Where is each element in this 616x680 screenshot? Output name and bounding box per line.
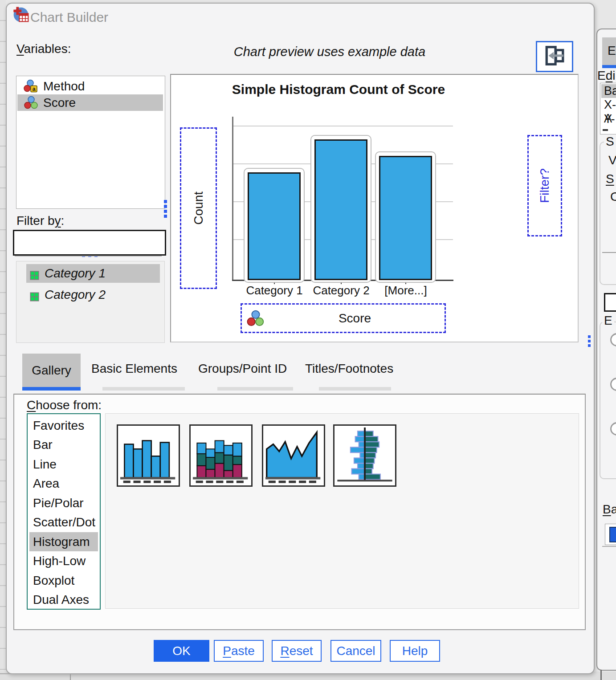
x-axis-drop-label: Score bbox=[265, 311, 445, 326]
variable-label-fragment: V bbox=[608, 153, 616, 167]
divider bbox=[602, 252, 616, 253]
category-item[interactable]: Category 2 bbox=[26, 285, 160, 304]
cancel-button[interactable]: Cancel bbox=[330, 640, 381, 662]
svg-text:a: a bbox=[32, 86, 36, 92]
category-grid-icon bbox=[30, 290, 39, 300]
bar-style-color-swatch bbox=[609, 527, 616, 542]
choose-from-label: Choose from: bbox=[27, 398, 102, 412]
statistic-value-fragment: C bbox=[610, 190, 616, 204]
tab-underline bbox=[217, 387, 293, 391]
list-item-high-low[interactable]: High-Low bbox=[29, 551, 96, 570]
statistic-label-fragment: S bbox=[606, 172, 614, 186]
list-item-boxplot[interactable]: Boxplot bbox=[29, 571, 96, 590]
frequency-polygon-icon bbox=[264, 426, 323, 485]
checkbox[interactable] bbox=[604, 293, 616, 312]
tab-groups-point-id[interactable]: Groups/Point ID bbox=[198, 362, 287, 376]
window-title: Chart Builder bbox=[30, 10, 108, 25]
variable-item-score[interactable]: Score bbox=[17, 94, 163, 111]
edit-properties-label: Edi bbox=[597, 69, 616, 83]
variable-label: Method bbox=[43, 79, 85, 94]
divider bbox=[602, 546, 616, 547]
desktop-grid-line bbox=[600, 670, 602, 680]
preview-bar bbox=[248, 172, 301, 280]
category-grid-icon bbox=[30, 269, 39, 278]
variable-item-method[interactable]: a Method bbox=[17, 78, 163, 94]
ok-button[interactable]: OK bbox=[154, 640, 209, 662]
x-tick-label: [More...] bbox=[366, 284, 446, 297]
simple-histogram-thumbnail[interactable] bbox=[117, 424, 180, 487]
properties-item[interactable]: X-A bbox=[601, 98, 616, 112]
x-axis-drop-zone[interactable]: Score bbox=[241, 303, 446, 333]
help-button[interactable]: Help bbox=[390, 640, 440, 662]
nominal-variable-icon bbox=[246, 310, 265, 327]
list-item-favorites[interactable]: Favorites bbox=[29, 416, 96, 435]
list-item-scatter-dot[interactable]: Scatter/Dot bbox=[29, 513, 96, 532]
tab-underline bbox=[319, 387, 391, 391]
preview-note: Chart preview uses example data bbox=[223, 45, 437, 59]
population-pyramid-thumbnail[interactable] bbox=[333, 424, 396, 487]
active-tab-indicator bbox=[22, 387, 81, 391]
string-variable-icon: a bbox=[24, 79, 39, 93]
preview-bar bbox=[379, 156, 432, 280]
y-axis-drop-label: Count bbox=[192, 191, 206, 225]
vertical-splitter-handle[interactable] bbox=[164, 200, 167, 220]
nominal-variable-icon bbox=[24, 96, 39, 110]
variable-label: Score bbox=[43, 96, 76, 110]
paste-button[interactable]: Paste bbox=[214, 640, 264, 662]
filter-drop-label: Filter? bbox=[538, 168, 552, 203]
active-tab-indicator bbox=[602, 65, 616, 68]
category-label: Category 2 bbox=[45, 288, 106, 302]
chart-builder-app-icon bbox=[12, 6, 29, 23]
desktop-grid-line bbox=[70, 674, 71, 680]
bar-style-label: Ba bbox=[603, 502, 616, 517]
filter-by-label: Filter by: bbox=[16, 214, 64, 228]
properties-item[interactable]: Y- bbox=[601, 112, 616, 126]
panel-splitter-handle[interactable] bbox=[588, 335, 591, 349]
spss-screen: Chart Builder Variables: a Method bbox=[0, 0, 616, 680]
divider bbox=[15, 256, 162, 257]
tab-underline bbox=[102, 387, 185, 391]
chart-type-list[interactable]: Favorites Bar Line Area Pie/Polar Scatte… bbox=[27, 413, 101, 610]
list-item-area[interactable]: Area bbox=[29, 474, 96, 493]
move-chart-button[interactable] bbox=[536, 41, 573, 72]
list-item-dual-axes[interactable]: Dual Axes bbox=[29, 590, 96, 609]
list-item-pie-polar[interactable]: Pie/Polar bbox=[29, 493, 96, 513]
list-item-fragment bbox=[603, 129, 608, 131]
list-item-bar[interactable]: Bar bbox=[29, 435, 96, 454]
filter-by-input[interactable] bbox=[13, 230, 166, 256]
filter-drop-zone[interactable]: Filter? bbox=[527, 135, 562, 236]
preview-bar bbox=[314, 139, 367, 280]
tab-gallery[interactable]: Gallery bbox=[22, 354, 81, 387]
chart-preview-canvas[interactable] bbox=[170, 74, 579, 342]
tab-basic-elements[interactable]: Basic Elements bbox=[91, 362, 177, 376]
variables-list[interactable]: a Method Score bbox=[16, 76, 165, 209]
tab-label: Gallery bbox=[32, 363, 71, 378]
category-item[interactable]: Category 1 bbox=[26, 264, 160, 283]
element-group-label: E bbox=[602, 314, 614, 328]
categories-list[interactable]: Category 1 Category 2 bbox=[16, 261, 165, 343]
variables-label: Variables: bbox=[16, 42, 71, 56]
frequency-polygon-thumbnail[interactable] bbox=[262, 424, 325, 487]
population-pyramid-icon bbox=[335, 426, 395, 485]
list-item-line[interactable]: Line bbox=[29, 455, 96, 474]
element-properties-tab[interactable]: E bbox=[602, 37, 616, 65]
reset-button[interactable]: Reset bbox=[272, 640, 322, 662]
gridline bbox=[233, 126, 453, 126]
y-axis-drop-zone[interactable]: Count bbox=[180, 127, 217, 289]
list-item-histogram[interactable]: Histogram bbox=[29, 532, 98, 551]
properties-item[interactable]: Ba bbox=[601, 84, 616, 98]
simple-histogram-icon bbox=[118, 426, 178, 485]
properties-list[interactable]: Ba X-A Y- bbox=[600, 83, 616, 134]
desktop-grid-line bbox=[0, 673, 70, 674]
y-axis-line bbox=[232, 117, 233, 280]
tab-titles-footnotes[interactable]: Titles/Footnotes bbox=[305, 362, 393, 376]
category-label: Category 1 bbox=[45, 266, 106, 281]
move-chart-icon bbox=[543, 45, 566, 68]
data-editor-grid-strip bbox=[0, 0, 6, 680]
stacked-histogram-thumbnail[interactable] bbox=[189, 424, 253, 487]
preview-chart-title: Simple Histogram Count of Score bbox=[187, 82, 490, 97]
stacked-histogram-icon bbox=[191, 426, 251, 485]
statistics-group-label: S bbox=[604, 134, 616, 149]
